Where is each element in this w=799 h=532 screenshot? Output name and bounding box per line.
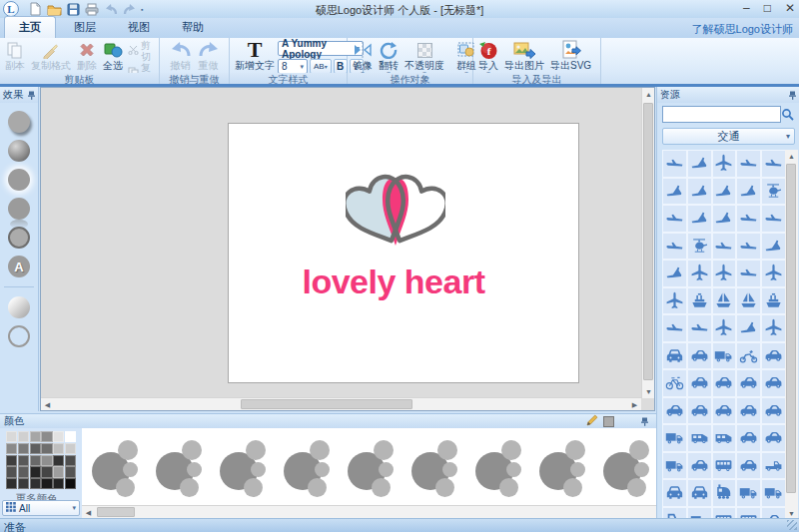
effect-shadow[interactable] (8, 111, 30, 133)
scroll-up-icon[interactable]: ▲ (785, 150, 798, 163)
resource-icon-car[interactable] (712, 397, 737, 425)
delete-button[interactable]: 删除 (74, 39, 100, 72)
search-icon[interactable] (781, 108, 794, 123)
resource-icon-jet[interactable] (687, 178, 712, 206)
effect-reflection[interactable] (8, 198, 30, 220)
color-swatch[interactable] (30, 455, 41, 466)
color-swatch[interactable] (53, 478, 64, 489)
scroll-right-icon[interactable]: ▶ (628, 398, 641, 411)
export-svg-button[interactable]: 导出SVG (547, 39, 594, 72)
resource-icon-bus[interactable] (712, 452, 737, 480)
color-swatch[interactable] (30, 478, 41, 489)
color-swatch[interactable] (41, 478, 52, 489)
resource-icon-truck[interactable] (662, 452, 687, 480)
resource-icon-train[interactable] (712, 479, 737, 507)
resource-icon-glider[interactable] (736, 233, 761, 261)
resource-icon-car[interactable] (736, 369, 761, 397)
resource-icon-car[interactable] (712, 369, 737, 397)
new-document-icon[interactable] (27, 2, 43, 17)
resource-icon-car[interactable] (736, 424, 761, 452)
resource-icon-plane[interactable] (712, 260, 737, 287)
color-swatch[interactable] (65, 431, 76, 442)
save-icon[interactable] (65, 2, 81, 17)
scroll-thumb[interactable] (241, 399, 412, 409)
resource-icon-ship[interactable] (761, 287, 786, 315)
scroll-left-icon[interactable]: ◀ (41, 398, 54, 411)
resource-icon-truck[interactable] (736, 479, 761, 507)
resource-icon-car[interactable] (761, 424, 786, 452)
color-swatch[interactable] (18, 455, 29, 466)
resource-icon-jet[interactable] (712, 178, 737, 206)
print-icon[interactable] (84, 2, 100, 17)
resize-grip[interactable] (787, 520, 797, 530)
resource-icon-jet[interactable] (662, 178, 687, 206)
learn-link[interactable]: 了解硕思Logo设计师 (692, 22, 793, 37)
bold-button[interactable]: B (334, 59, 348, 74)
resource-icon-plane[interactable] (687, 260, 712, 287)
resource-icon-glider[interactable] (736, 260, 761, 287)
pattern-preview-strip[interactable]: ◀ (82, 428, 656, 518)
opacity-button[interactable]: 不透明度 ▾ (401, 39, 447, 77)
color-swatch[interactable] (65, 466, 76, 477)
color-swatch[interactable] (30, 443, 41, 454)
resource-icon-glider[interactable] (736, 150, 761, 178)
resource-icon-glider[interactable] (761, 150, 786, 178)
tab-layers[interactable]: 图层 (60, 17, 110, 38)
resource-icon-jet[interactable] (712, 205, 737, 233)
filter-dropdown[interactable]: All ▾ (2, 500, 80, 516)
effect-gloss[interactable] (8, 296, 30, 318)
color-swatch[interactable] (18, 478, 29, 489)
resource-icon-glider[interactable] (662, 150, 687, 178)
resource-icon-van[interactable] (687, 424, 712, 452)
select-all-button[interactable]: 全选 (100, 39, 126, 72)
resource-icon-plane[interactable] (761, 314, 786, 342)
resource-icon-car[interactable] (761, 397, 786, 425)
color-swatch[interactable] (6, 466, 17, 477)
resource-icon-glider[interactable] (712, 233, 737, 261)
canvas-vertical-scrollbar[interactable]: ▲ ▼ (641, 88, 654, 398)
redo-icon[interactable] (122, 2, 138, 17)
scroll-left-icon[interactable]: ◀ (82, 506, 95, 518)
design-page[interactable]: lovely heart (228, 123, 579, 383)
canvas-horizontal-scrollbar[interactable]: ◀ ▶ (41, 397, 641, 410)
color-swatch[interactable] (18, 443, 29, 454)
redo-button[interactable]: 重做 (195, 39, 223, 72)
color-swatch[interactable] (41, 443, 52, 454)
qat-customize-icon[interactable]: ▪ (141, 6, 143, 13)
resource-icon-jet[interactable] (736, 314, 761, 342)
resource-icon-sailboat[interactable] (712, 287, 737, 315)
import-button[interactable]: f 导入 ▾ (475, 39, 501, 77)
tab-view[interactable]: 视图 (114, 17, 164, 38)
app-logo-icon[interactable]: L (3, 1, 19, 17)
effect-stroke[interactable] (8, 227, 30, 249)
resource-icon-glider[interactable] (662, 233, 687, 261)
edit-pencil-icon[interactable] (586, 414, 598, 428)
resource-icon-car[interactable] (662, 397, 687, 425)
resource-icon-helicopter[interactable] (761, 178, 786, 206)
resource-icon-glider[interactable] (761, 205, 786, 233)
resource-icon-van[interactable] (712, 424, 737, 452)
resource-icon-ship[interactable] (687, 287, 712, 315)
color-swatch[interactable] (30, 466, 41, 477)
resource-icon-car[interactable] (687, 369, 712, 397)
resource-icon-jet[interactable] (687, 150, 712, 178)
effect-ring[interactable] (8, 325, 30, 347)
scroll-up-icon[interactable]: ▲ (642, 88, 655, 101)
resource-icon-glider[interactable] (662, 205, 687, 233)
resource-icon-helicopter[interactable] (687, 233, 712, 261)
resource-icon-truck[interactable] (761, 479, 786, 507)
scroll-thumb[interactable] (97, 507, 135, 517)
category-dropdown[interactable]: 交通 ▾ (662, 128, 795, 145)
color-swatch[interactable] (41, 431, 52, 442)
heart-logo[interactable] (346, 174, 445, 254)
resource-icon-truck[interactable] (712, 342, 737, 370)
color-swatch[interactable] (41, 455, 52, 466)
effect-letter[interactable]: A (8, 256, 30, 277)
resource-icon-car[interactable] (761, 342, 786, 370)
cut-button[interactable]: 剪切 (126, 40, 157, 62)
pin-icon[interactable] (789, 91, 796, 100)
color-swatch[interactable] (6, 443, 17, 454)
pattern-scrollbar[interactable]: ◀ (82, 505, 656, 518)
resource-icon-jet[interactable] (687, 205, 712, 233)
effect-glow[interactable] (8, 169, 30, 191)
